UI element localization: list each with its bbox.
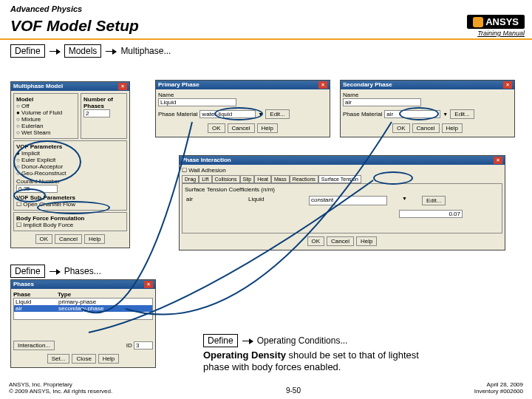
dialog-title: Secondary Phase bbox=[343, 81, 392, 89]
close-icon[interactable]: × bbox=[494, 157, 502, 164]
help-button[interactable]: Help bbox=[84, 234, 105, 244]
dialog-title: Phases bbox=[13, 281, 34, 288]
col-type: Type bbox=[58, 291, 71, 298]
material-select[interactable]: air bbox=[384, 110, 440, 118]
arrow-icon bbox=[50, 51, 60, 52]
numphases-input[interactable]: 2 bbox=[83, 109, 110, 117]
ok-button[interactable]: OK bbox=[307, 236, 325, 246]
name-input[interactable]: Liquid bbox=[158, 98, 236, 106]
check-implicit-body[interactable]: Implicit Body Force bbox=[16, 222, 124, 228]
check-open-channel[interactable]: Open Channel Flow bbox=[16, 201, 124, 208]
radio-euler-explicit[interactable]: Euler Explicit bbox=[16, 157, 124, 163]
radio-geo-reconstruct[interactable]: Geo-Reconstruct bbox=[16, 170, 124, 177]
courant-label: Courant Number bbox=[16, 178, 124, 185]
edit-button[interactable]: Edit... bbox=[265, 109, 289, 119]
cancel-button[interactable]: Cancel bbox=[412, 123, 440, 133]
help-button[interactable]: Help bbox=[257, 123, 278, 133]
menu-operating-conditions[interactable]: Operating Conditions... bbox=[257, 335, 348, 346]
tab-reactions[interactable]: Reactions bbox=[290, 175, 318, 183]
dialog-titlebar: Multiphase Model × bbox=[11, 82, 129, 91]
id-input[interactable]: 3 bbox=[134, 341, 153, 349]
name-input[interactable]: air bbox=[343, 98, 421, 106]
name-label: Name bbox=[158, 92, 327, 98]
tab-drag[interactable]: Drag bbox=[182, 175, 199, 183]
dropdown-icon[interactable]: ▼ bbox=[402, 196, 407, 205]
cell-phase1: air bbox=[185, 196, 232, 205]
close-icon[interactable]: × bbox=[318, 81, 327, 89]
page-title: VOF Model Setup bbox=[10, 17, 139, 35]
body-force-label: Body Force Formulation bbox=[16, 215, 124, 222]
training-manual-label: Training Manual bbox=[477, 30, 525, 37]
cell-phase2: Liquid bbox=[247, 196, 294, 205]
close-icon[interactable]: × bbox=[503, 81, 512, 89]
value-input[interactable]: 0.07 bbox=[399, 210, 463, 218]
tab-mass[interactable]: Mass bbox=[271, 175, 290, 183]
dialog-title: Phase Interaction bbox=[182, 157, 231, 164]
arrow-icon bbox=[106, 51, 116, 52]
tab-surface-tension[interactable]: Surface Tension bbox=[318, 175, 361, 183]
menu-define[interactable]: Define bbox=[10, 265, 45, 278]
tab-heat[interactable]: Heat bbox=[254, 175, 271, 183]
id-label: ID bbox=[126, 342, 132, 349]
help-button[interactable]: Help bbox=[98, 354, 119, 364]
menu-define[interactable]: Define bbox=[203, 334, 238, 347]
close-icon[interactable]: × bbox=[144, 281, 153, 288]
courant-input[interactable]: 0.25 bbox=[16, 185, 58, 193]
radio-vof[interactable]: Volume of Fluid bbox=[16, 109, 75, 116]
page-number: 9-50 bbox=[286, 386, 301, 395]
close-button[interactable]: Close bbox=[72, 354, 95, 364]
multiphase-model-dialog: Multiphase Model × Model Off Volume of F… bbox=[10, 81, 130, 248]
radio-off[interactable]: Off bbox=[16, 103, 75, 109]
footer-right: April 28, 2009 Inventory #002600 bbox=[474, 381, 523, 395]
radio-implicit[interactable]: Implicit bbox=[16, 150, 124, 157]
type-select[interactable]: constant bbox=[309, 196, 387, 205]
menu-multiphase[interactable]: Multiphase... bbox=[120, 46, 171, 56]
col-phase: Phase bbox=[13, 291, 58, 298]
radio-mixture[interactable]: Mixture bbox=[16, 116, 75, 123]
dropdown-icon[interactable]: ▼ bbox=[443, 112, 448, 117]
phases-dialog: Phases× Phase Type Liquid primary-phase … bbox=[10, 279, 156, 368]
help-button[interactable]: Help bbox=[356, 236, 377, 246]
material-select[interactable]: water-liquid bbox=[200, 110, 256, 118]
list-item[interactable]: Liquid primary-phase bbox=[14, 299, 152, 305]
ok-button[interactable]: OK bbox=[208, 123, 225, 133]
list-item[interactable]: air secondary-phase bbox=[14, 305, 152, 312]
menu-models[interactable]: Models bbox=[64, 44, 102, 58]
footer-left: ANSYS, Inc. Proprietary © 2009 ANSYS, In… bbox=[9, 381, 112, 395]
menu-phases[interactable]: Phases... bbox=[64, 266, 101, 276]
check-wall-adhesion[interactable]: Wall Adhesion bbox=[182, 167, 502, 174]
ok-button[interactable]: OK bbox=[35, 234, 53, 244]
edit-button[interactable]: Edit... bbox=[450, 109, 474, 119]
footer: ANSYS, Inc. Proprietary © 2009 ANSYS, In… bbox=[0, 381, 532, 395]
dropdown-icon[interactable]: ▼ bbox=[258, 112, 263, 117]
ansys-logo: ANSYS bbox=[467, 15, 525, 29]
divider bbox=[0, 38, 532, 40]
logo-swirl-icon bbox=[473, 17, 483, 27]
tab-collisions[interactable]: Collisions bbox=[212, 175, 240, 183]
cancel-button[interactable]: Cancel bbox=[228, 123, 255, 133]
material-label: Phase Material bbox=[158, 111, 197, 117]
dialog-title: Multiphase Model bbox=[13, 83, 63, 90]
breadcrumb-phases: Define Phases... bbox=[10, 265, 101, 278]
name-label: Name bbox=[343, 92, 512, 98]
header-subtitle: Advanced Physics bbox=[10, 4, 522, 13]
ok-button[interactable]: OK bbox=[392, 123, 410, 133]
radio-wetsteam[interactable]: Wet Steam bbox=[16, 129, 75, 136]
cancel-button[interactable]: Cancel bbox=[55, 234, 82, 244]
radio-donor-acceptor[interactable]: Donor-Acceptor bbox=[16, 163, 124, 170]
model-header: Model bbox=[16, 96, 75, 103]
edit-button[interactable]: Edit... bbox=[422, 196, 446, 205]
arrow-icon bbox=[50, 271, 60, 272]
tab-slip[interactable]: Slip bbox=[240, 175, 255, 183]
vof-params-label: VOF Parameters bbox=[16, 143, 124, 150]
title-row: VOF Model Setup ANSYS Training Manual bbox=[0, 15, 532, 37]
radio-eulerian[interactable]: Eulerian bbox=[16, 123, 75, 129]
header: Advanced Physics bbox=[0, 0, 532, 15]
close-icon[interactable]: × bbox=[118, 83, 127, 90]
tab-lift[interactable]: Lift bbox=[199, 175, 211, 183]
cancel-button[interactable]: Cancel bbox=[327, 236, 354, 246]
interaction-button[interactable]: Interaction... bbox=[13, 341, 55, 350]
menu-define[interactable]: Define bbox=[10, 44, 45, 58]
help-button[interactable]: Help bbox=[442, 123, 463, 133]
set-button[interactable]: Set... bbox=[47, 354, 70, 364]
